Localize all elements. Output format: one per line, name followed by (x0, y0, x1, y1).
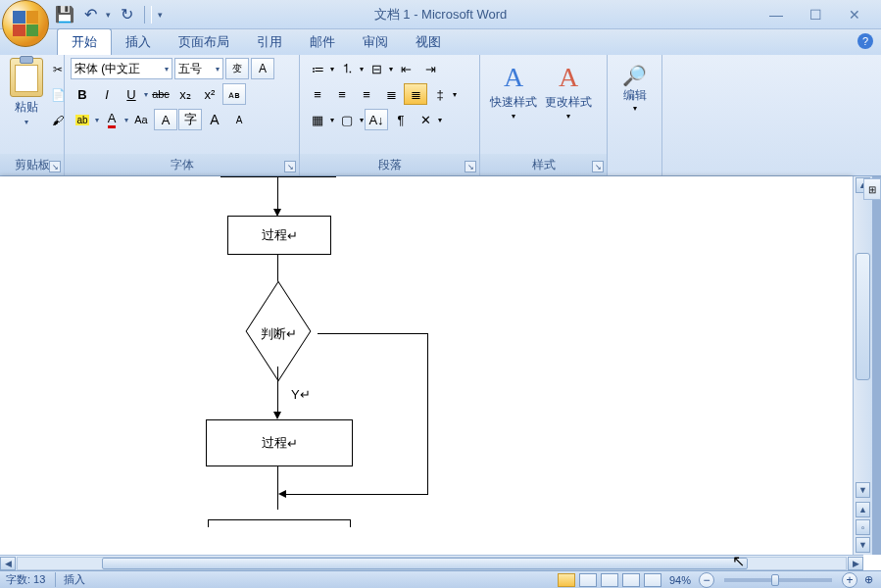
decrease-indent-button[interactable]: ⇤ (394, 58, 417, 79)
clear-format-button[interactable]: ᴀʙ (222, 83, 246, 105)
quick-styles-button[interactable]: A 快速样式 ▾ (486, 58, 541, 121)
zoom-out-button[interactable]: − (699, 572, 714, 588)
scroll-left-button[interactable]: ◀ (0, 557, 16, 570)
align-right-button[interactable]: ≡ (355, 83, 378, 105)
next-page-button[interactable]: ▼ (856, 537, 870, 553)
multilevel-dropdown[interactable]: ▾ (389, 65, 393, 74)
font-dialog-launcher[interactable]: ↘ (284, 161, 296, 172)
asian-layout-button[interactable]: ✕ (414, 109, 437, 130)
draft-view-button[interactable] (644, 573, 661, 587)
grow-font-button[interactable]: A (203, 109, 226, 130)
hscroll-thumb[interactable] (102, 558, 748, 569)
italic-button[interactable]: I (95, 83, 119, 105)
web-layout-view-button[interactable] (601, 573, 618, 587)
flowchart-process[interactable]: 过程↵ (206, 419, 353, 466)
office-button[interactable] (2, 0, 49, 47)
browse-object-button[interactable]: ◦ (856, 519, 870, 535)
borders-dropdown[interactable]: ▾ (360, 116, 364, 124)
tab-layout[interactable]: 页面布局 (165, 29, 243, 55)
tab-insert[interactable]: 插入 (112, 29, 165, 55)
scroll-down-button[interactable]: ▼ (856, 482, 870, 498)
sort-button[interactable]: A↓ (365, 109, 388, 130)
redo-button[interactable]: ↻ (117, 5, 136, 24)
zoom-level[interactable]: 94% (669, 574, 691, 586)
save-button[interactable]: 💾 (55, 5, 74, 24)
tab-mailings[interactable]: 邮件 (296, 29, 349, 55)
shading-dropdown[interactable]: ▾ (330, 116, 334, 124)
subscript-button[interactable]: x₂ (173, 83, 197, 105)
asian-layout-dropdown[interactable]: ▾ (438, 116, 442, 124)
shading-button[interactable]: ▦ (306, 109, 329, 130)
distributed-button[interactable]: ≣ (404, 83, 427, 105)
styles-dialog-launcher[interactable]: ↘ (592, 161, 604, 172)
change-styles-button[interactable]: A 更改样式 ▾ (541, 58, 596, 121)
clipboard-dialog-launcher[interactable]: ↘ (49, 161, 61, 172)
numbering-button[interactable]: ⒈ (335, 58, 359, 79)
zoom-slider-thumb[interactable] (771, 574, 779, 586)
line-spacing-dropdown[interactable]: ▾ (453, 90, 457, 99)
tab-view[interactable]: 视图 (402, 29, 455, 55)
qat-customize[interactable]: ▾ (158, 10, 163, 20)
maximize-button[interactable]: ☐ (805, 4, 826, 25)
find-button[interactable]: 🔎 编辑 ▾ (613, 58, 656, 113)
numbering-dropdown[interactable]: ▾ (360, 65, 364, 74)
undo-dropdown[interactable]: ▾ (106, 10, 111, 20)
horizontal-scrollbar[interactable]: ◀ ▶ (0, 555, 863, 570)
zoom-in-button[interactable]: + (842, 572, 857, 588)
borders-button[interactable]: ▢ (335, 109, 359, 130)
font-size-combo[interactable]: 五号▾ (174, 58, 223, 79)
shrink-font-button[interactable]: A (227, 109, 251, 130)
bullets-dropdown[interactable]: ▾ (330, 65, 334, 74)
align-left-button[interactable]: ≡ (306, 83, 329, 105)
undo-button[interactable]: ↶ (80, 5, 100, 24)
line-spacing-button[interactable]: ‡ (428, 83, 452, 105)
bullets-button[interactable]: ≔ (306, 58, 329, 79)
tab-references[interactable]: 引用 (243, 29, 296, 55)
underline-button[interactable]: U (120, 83, 143, 105)
font-color-button[interactable]: A (100, 109, 123, 130)
highlight-button[interactable]: ab (71, 109, 94, 130)
scroll-right-button[interactable]: ▶ (848, 557, 863, 570)
editing-dropdown[interactable]: ▾ (633, 104, 637, 113)
paste-button[interactable]: 粘贴 ▾ (6, 58, 47, 126)
zoom-dialog-button[interactable]: ⊕ (861, 573, 875, 586)
char-border-button[interactable]: A (251, 58, 274, 79)
side-panel-toggle[interactable]: ⊞ (863, 178, 881, 200)
flowchart-process[interactable]: 过程↵ (227, 216, 331, 255)
word-count[interactable]: 字数: 13 (6, 572, 45, 587)
increase-indent-button[interactable]: ⇥ (418, 58, 442, 79)
help-button[interactable]: ? (857, 33, 873, 49)
char-shading-button[interactable]: A (154, 109, 177, 130)
change-styles-dropdown[interactable]: ▾ (566, 112, 570, 121)
phonetic-guide-button[interactable]: 变 (225, 58, 249, 79)
bold-button[interactable]: B (71, 83, 94, 105)
align-center-button[interactable]: ≡ (330, 83, 354, 105)
superscript-button[interactable]: x² (198, 83, 221, 105)
close-button[interactable]: ✕ (844, 4, 865, 25)
font-color-dropdown[interactable]: ▾ (124, 116, 128, 124)
outline-view-button[interactable] (622, 573, 640, 587)
paragraph-dialog-launcher[interactable]: ↘ (465, 161, 476, 172)
show-marks-button[interactable]: ¶ (389, 109, 413, 130)
vertical-scrollbar[interactable]: ▲ ▼ ▲ ◦ ▼ (853, 176, 872, 555)
quick-styles-dropdu own[interactable]: ▾ (512, 112, 515, 121)
flowchart-decision[interactable]: 判断↵ (237, 302, 319, 361)
minimize-button[interactable]: — (765, 4, 787, 25)
enclose-char-button[interactable]: 字 (178, 109, 202, 130)
insert-mode[interactable]: 插入 (55, 572, 85, 587)
print-layout-view-button[interactable] (558, 573, 575, 587)
document-page[interactable]: 过程↵ 判断↵ Y↵ 过程↵ (0, 176, 853, 555)
change-case-button[interactable]: Aa (129, 109, 153, 130)
strikethrough-button[interactable]: abc (149, 83, 172, 105)
multilevel-button[interactable]: ⊟ (365, 58, 388, 79)
underline-dropdown[interactable]: ▾ (144, 90, 148, 99)
flowchart-process-partial[interactable] (208, 519, 351, 527)
prev-page-button[interactable]: ▲ (856, 502, 870, 517)
scroll-thumb[interactable] (856, 253, 870, 380)
tab-home[interactable]: 开始 (57, 28, 112, 55)
tab-review[interactable]: 审阅 (349, 29, 402, 55)
paste-dropdown[interactable]: ▾ (24, 118, 28, 126)
highlight-dropdown[interactable]: ▾ (95, 116, 99, 124)
font-name-combo[interactable]: 宋体 (中文正▾ (71, 58, 172, 79)
hscroll-track[interactable] (17, 557, 847, 570)
